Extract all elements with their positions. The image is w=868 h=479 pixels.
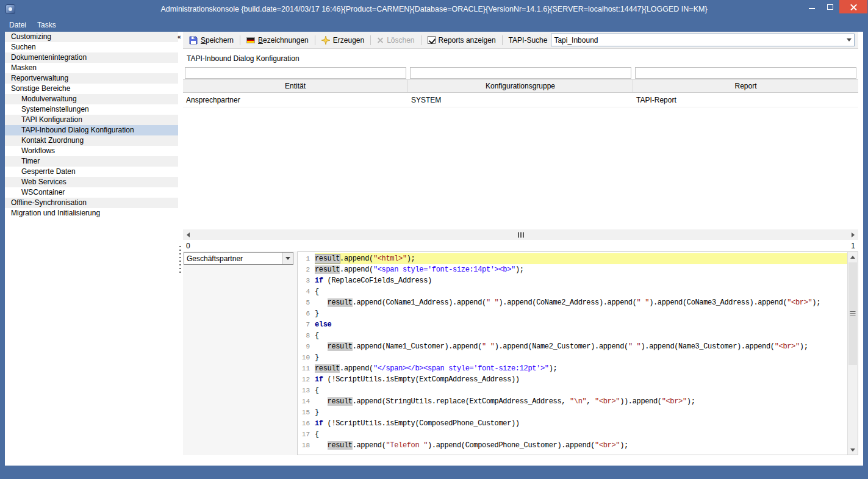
horizontal-scrollbar-track[interactable] — [193, 229, 848, 240]
sidebar-item-timer[interactable]: Timer — [5, 156, 178, 167]
labels-button[interactable]: Bezeichnungen — [243, 34, 312, 46]
sidebar-item-reportverwaltung[interactable]: Reportverwaltung — [5, 73, 178, 84]
code-line-row[interactable]: 3if (ReplaceCoFields_Address) — [298, 275, 847, 286]
sidebar-item-sonstige-bereiche[interactable]: Sonstige Bereiche — [5, 84, 178, 94]
code-line-content[interactable]: result.append(CoName1_Address).append(" … — [315, 297, 847, 308]
code-line-row[interactable]: 8{ — [298, 330, 847, 341]
code-line-content[interactable]: result.append("Telefon ").append(Compose… — [315, 440, 847, 451]
code-line-row[interactable]: 1result.append("<html>"); — [298, 253, 847, 264]
scroll-right-button[interactable] — [848, 229, 858, 240]
delete-button[interactable]: Löschen — [373, 34, 418, 46]
sidebar-item-kontakt-zuordnung[interactable]: Kontakt Zuordnung — [5, 135, 178, 146]
scroll-up-button[interactable] — [848, 252, 858, 262]
code-line-row[interactable]: 7else — [298, 319, 847, 330]
column-filter-input[interactable] — [635, 67, 856, 79]
code-line-content[interactable]: } — [315, 308, 847, 319]
dropdown-button[interactable] — [844, 34, 854, 46]
code-line-row[interactable]: 13{ — [298, 385, 847, 396]
table-row[interactable]: AnsprechpartnerSYSTEMTAPI-Report — [183, 93, 858, 107]
code-line-content[interactable]: { — [315, 330, 847, 341]
tapi-search-combobox[interactable] — [551, 34, 855, 46]
sidebar-item-migration-und-initialisierung[interactable]: Migration und Initialisierung — [5, 208, 178, 218]
save-button[interactable]: Speichern — [185, 34, 237, 46]
sidebar-splitter[interactable]: « — [178, 32, 183, 466]
script-pane: Geschäftspartner 1result.append("<html>"… — [183, 251, 858, 455]
code-line-content[interactable]: if (!ScriptUtils.isEmpty(ComposedPhone_C… — [315, 418, 847, 429]
code-line-content[interactable]: result.append(StringUtils.replace(ExtCom… — [315, 396, 847, 407]
sidebar-item-suchen[interactable]: Suchen — [5, 42, 178, 52]
column-header[interactable]: Konfigurationsgruppe — [408, 80, 633, 92]
code-line-row[interactable]: 2result.append("<span style='font-size:1… — [298, 264, 847, 275]
sidebar-item-gesperrte-daten[interactable]: Gesperrte Daten — [5, 167, 178, 177]
line-number: 10 — [298, 352, 315, 363]
chevron-down-icon — [847, 38, 852, 41]
code-line-row[interactable]: 11result.append("</span></b><span style=… — [298, 363, 847, 374]
code-line-row[interactable]: 15} — [298, 407, 847, 418]
flag-icon — [246, 37, 255, 43]
column-header[interactable]: Entität — [183, 80, 408, 92]
delete-label: Löschen — [387, 36, 414, 45]
code-line-content[interactable]: { — [315, 286, 847, 297]
dropdown-button[interactable] — [282, 253, 293, 264]
close-button[interactable] — [839, 0, 867, 13]
sidebar-item-tapi-inbound-dialog-konfiguration[interactable]: TAPI-Inbound Dialog Konfiguration — [5, 125, 178, 135]
code-line-content[interactable]: result.append("<html>"); — [315, 253, 847, 264]
sidebar-item-customizing[interactable]: Customizing — [5, 32, 178, 42]
menu-item-datei[interactable]: Datei — [4, 19, 32, 31]
toolbar-separator — [240, 35, 240, 45]
scroll-down-button[interactable] — [848, 445, 858, 455]
sidebar-item-wscontainer[interactable]: WSContainer — [5, 187, 178, 198]
column-filter-input[interactable] — [410, 67, 631, 79]
code-line-row[interactable]: 12if (!ScriptUtils.isEmpty(ExtCompAddres… — [298, 374, 847, 385]
sidebar-item-tapi-konfiguration[interactable]: TAPI Konfiguration — [5, 115, 178, 125]
scroll-left-button[interactable] — [183, 229, 193, 240]
reports-checkbox[interactable] — [428, 36, 436, 44]
generate-button[interactable]: Erzeugen — [318, 34, 368, 46]
toolbar-separator — [421, 35, 421, 45]
vertical-scrollbar[interactable] — [847, 252, 858, 455]
code-line-row[interactable]: 5 result.append(CoName1_Address).append(… — [298, 297, 847, 308]
sidebar-item-web-services[interactable]: Web Services — [5, 177, 178, 187]
sidebar-item-offline-synchronisation[interactable]: Offline-Synchronisation — [5, 198, 178, 208]
code-line-content[interactable]: result.append("<span style='font-size:14… — [315, 264, 847, 275]
column-header[interactable]: Report — [633, 80, 858, 92]
minimize-button[interactable] — [803, 0, 821, 13]
maximize-button[interactable] — [821, 0, 839, 13]
code-line-content[interactable]: result.append(Name1_Customer).append(" "… — [315, 341, 847, 352]
code-line-row[interactable]: 17{ — [298, 429, 847, 440]
column-filter-input[interactable] — [185, 67, 406, 79]
arrow-up-icon — [850, 256, 855, 259]
code-line-row[interactable]: 10} — [298, 352, 847, 363]
sidebar-item-masken[interactable]: Masken — [5, 63, 178, 73]
code-line-row[interactable]: 16if (!ScriptUtils.isEmpty(ComposedPhone… — [298, 418, 847, 429]
code-line-content[interactable]: { — [315, 429, 847, 440]
splitter-grip-icon[interactable] — [179, 246, 181, 274]
menu-item-tasks[interactable]: Tasks — [32, 19, 62, 31]
collapse-chevron-icon[interactable]: « — [178, 34, 181, 40]
sidebar-item-systemeinstellungen[interactable]: Systemeinstellungen — [5, 104, 178, 115]
code-line-row[interactable]: 14 result.append(StringUtils.replace(Ext… — [298, 396, 847, 407]
vertical-scrollbar-thumb[interactable] — [848, 262, 857, 365]
code-line-content[interactable]: if (ReplaceCoFields_Address) — [315, 275, 847, 286]
code-line-row[interactable]: 9 result.append(Name1_Customer).append("… — [298, 341, 847, 352]
sidebar-item-dokumentenintegration[interactable]: Dokumentenintegration — [5, 52, 178, 63]
horizontal-scrollbar[interactable] — [183, 229, 858, 240]
table-empty-area — [183, 107, 858, 229]
code-line-row[interactable]: 18 result.append("Telefon ").append(Comp… — [298, 440, 847, 451]
tapi-search-input[interactable] — [551, 36, 844, 45]
entity-combobox[interactable]: Geschäftspartner — [184, 252, 293, 265]
table-cell: Ansprechpartner — [183, 93, 408, 107]
section-title: TAPI-Inbound Dialog Konfiguration — [187, 54, 858, 63]
code-line-row[interactable]: 4{ — [298, 286, 847, 297]
code-line-row[interactable]: 6} — [298, 308, 847, 319]
code-line-content[interactable]: } — [315, 352, 847, 363]
code-line-content[interactable]: { — [315, 385, 847, 396]
code-line-content[interactable]: if (!ScriptUtils.isEmpty(ExtCompAddress_… — [315, 374, 847, 385]
code-line-content[interactable]: else — [315, 319, 847, 330]
sidebar-item-workflows[interactable]: Workflows — [5, 146, 178, 156]
code-line-content[interactable]: } — [315, 407, 847, 418]
sidebar-item-modulverwaltung[interactable]: Modulverwaltung — [5, 94, 178, 104]
script-editor[interactable]: 1result.append("<html>");2result.append(… — [297, 251, 858, 455]
code-line-content[interactable]: result.append("</span></b><span style='f… — [315, 363, 847, 374]
arrow-down-icon — [850, 448, 855, 452]
